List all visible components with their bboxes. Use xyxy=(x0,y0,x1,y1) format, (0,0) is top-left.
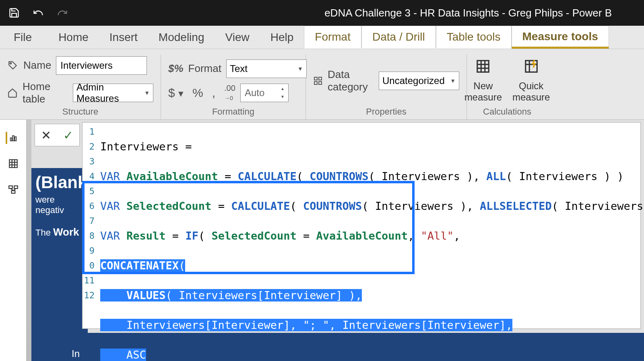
hometable-select[interactable]: Admin Measures ▼ xyxy=(73,84,153,102)
work-area: (Blank) were negativ The Work In ✕ ✓ 1 2… xyxy=(0,120,644,361)
svg-rect-4 xyxy=(319,82,322,84)
ribbon-group-formatting: $% Format Text ▼ $ ▾ % , .00→0 Auto ▲▼ xyxy=(161,55,306,119)
svg-rect-22 xyxy=(14,186,18,189)
chevron-down-icon: ▼ xyxy=(144,90,150,96)
model-view-button[interactable] xyxy=(7,183,19,195)
decimal-places-value: Auto xyxy=(245,87,264,98)
svg-rect-3 xyxy=(314,82,317,84)
datacategory-value: Uncategorized xyxy=(382,75,445,86)
menu-file[interactable]: File xyxy=(0,26,48,49)
percent-button[interactable]: % xyxy=(192,86,203,100)
decimal-button[interactable]: .00→0 xyxy=(224,84,235,102)
save-icon[interactable] xyxy=(8,7,20,19)
format-value: Text xyxy=(230,63,248,74)
svg-rect-13 xyxy=(10,138,12,141)
menu-bar: File Home Insert Modeling View Help Form… xyxy=(0,26,644,49)
svg-point-0 xyxy=(10,62,11,64)
new-measure-button[interactable]: New measure xyxy=(461,59,505,103)
ribbon-group-properties: Data category Uncategorized ▼ Properties xyxy=(306,55,467,119)
cancel-formula-button[interactable]: ✕ xyxy=(41,128,51,142)
currency-button[interactable]: $ ▾ xyxy=(168,86,184,100)
menu-measuretools[interactable]: Measure tools xyxy=(512,26,609,49)
menu-help[interactable]: Help xyxy=(260,26,304,49)
quick-measure-label1: Quick xyxy=(519,80,543,92)
name-label: Name xyxy=(23,59,51,72)
home-icon xyxy=(7,87,18,98)
title-bar: eDNA Challenge 3 - HR Data Insights - Gr… xyxy=(0,0,644,26)
svg-rect-2 xyxy=(319,77,322,80)
menu-datadrill[interactable]: Data / Drill xyxy=(361,26,436,49)
quick-measure-label2: measure xyxy=(512,92,550,103)
hometable-label: Home table xyxy=(23,80,68,105)
formula-bar-buttons: ✕ ✓ xyxy=(35,124,80,146)
new-measure-label2: measure xyxy=(464,92,502,103)
format-select[interactable]: Text ▼ xyxy=(226,59,307,78)
menu-home[interactable]: Home xyxy=(48,26,99,49)
svg-rect-16 xyxy=(9,160,17,168)
menu-tabletools[interactable]: Table tools xyxy=(436,26,512,49)
svg-rect-23 xyxy=(11,191,15,193)
quick-measure-button[interactable]: Quick measure xyxy=(509,59,553,103)
decimal-places-input[interactable]: Auto ▲▼ xyxy=(240,84,289,102)
ribbon-group-structure: Name Home table Admin Measures ▼ Structu… xyxy=(0,55,161,119)
hometable-value: Admin Measures xyxy=(76,82,144,104)
commit-formula-button[interactable]: ✓ xyxy=(63,128,73,142)
dax-editor[interactable]: 1 2 3 4 5 6 7 8 9 0 11 12 Interviewers =… xyxy=(82,122,641,329)
measure-name-input[interactable] xyxy=(56,56,147,75)
svg-rect-21 xyxy=(9,186,12,189)
ribbon: Name Home table Admin Measures ▼ Structu… xyxy=(0,49,644,120)
spin-down-icon[interactable]: ▼ xyxy=(278,93,287,101)
svg-rect-1 xyxy=(314,77,317,80)
tag-icon xyxy=(7,60,19,71)
view-rail xyxy=(0,120,27,361)
ribbon-caption-structure: Structure xyxy=(7,107,153,119)
undo-icon[interactable] xyxy=(32,7,44,19)
svg-rect-10 xyxy=(525,60,537,72)
datacategory-select[interactable]: Uncategorized ▼ xyxy=(379,72,459,90)
chevron-down-icon: ▼ xyxy=(450,78,456,84)
report-view-button[interactable] xyxy=(6,132,18,144)
format-icon: $% xyxy=(168,62,184,75)
data-view-button[interactable] xyxy=(7,158,19,170)
menu-view[interactable]: View xyxy=(215,26,260,49)
chevron-down-icon: ▼ xyxy=(297,66,303,72)
datacategory-label: Data category xyxy=(328,68,374,93)
thousands-button[interactable]: , xyxy=(212,86,215,100)
table-lightning-icon xyxy=(524,59,539,78)
spin-up-icon[interactable]: ▲ xyxy=(278,85,287,93)
gutter xyxy=(27,120,31,361)
ribbon-group-calculations: New measure Quick measure Calculations xyxy=(467,55,547,119)
line-number-gutter: 1 2 3 4 5 6 7 8 9 0 11 12 xyxy=(83,123,96,328)
code-lines[interactable]: Interviewers = VAR AvailableCount = CALC… xyxy=(100,124,640,361)
redo-icon[interactable] xyxy=(56,7,68,19)
ribbon-caption-calcs: Calculations xyxy=(474,107,540,119)
ribbon-caption-formatting: Formatting xyxy=(168,107,298,119)
report-strip-label: In xyxy=(72,348,80,359)
svg-rect-15 xyxy=(14,137,16,141)
window-title: eDNA Challenge 3 - HR Data Insights - Gr… xyxy=(290,7,612,19)
new-measure-label1: New xyxy=(473,80,493,92)
ribbon-caption-properties: Properties xyxy=(313,107,459,119)
category-icon xyxy=(313,75,323,86)
svg-rect-14 xyxy=(12,136,14,141)
svg-rect-5 xyxy=(477,60,489,72)
menu-insert[interactable]: Insert xyxy=(99,26,148,49)
format-label: Format xyxy=(188,62,221,75)
canvas: (Blank) were negativ The Work In ✕ ✓ 1 2… xyxy=(31,120,644,361)
formula-bar: ✕ ✓ 1 2 3 4 5 6 7 8 9 0 11 12 xyxy=(31,120,644,329)
table-icon xyxy=(475,59,491,78)
menu-modeling[interactable]: Modeling xyxy=(148,26,215,49)
menu-format[interactable]: Format xyxy=(304,26,361,49)
